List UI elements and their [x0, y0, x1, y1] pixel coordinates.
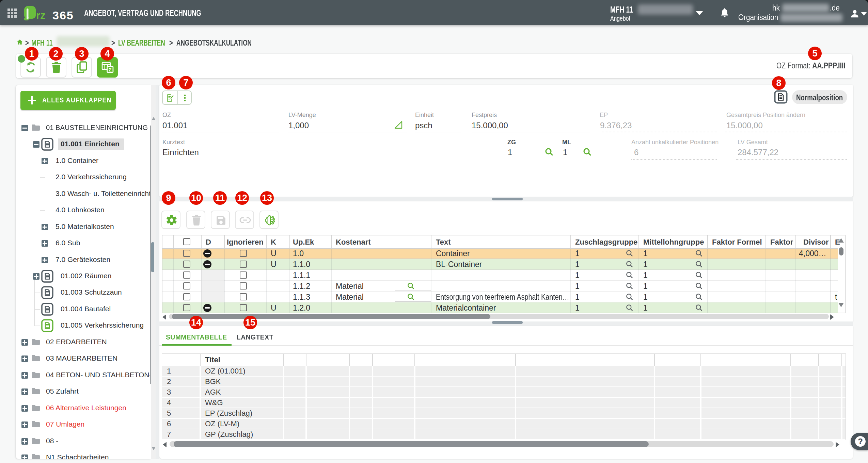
svg-text:365: 365: [52, 9, 74, 22]
svg-text:Σ: Σ: [109, 67, 112, 72]
svg-text:rz: rz: [36, 10, 46, 21]
